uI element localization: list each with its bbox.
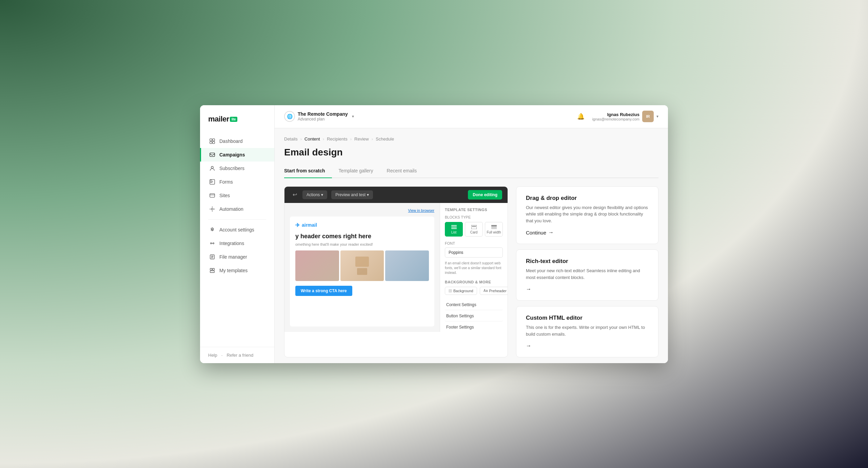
drag-drop-desc: Our newest editor gives you more design … — [526, 204, 649, 224]
dashboard-icon — [209, 138, 215, 144]
rich-text-arrow-icon: → — [526, 286, 531, 292]
page-body: Details › Content › Recipients › Review … — [275, 128, 668, 363]
header-company-info: The Remote Company Advanced plan — [298, 111, 348, 121]
block-type-buttons: List Card Full width — [445, 222, 503, 237]
tabs: Start from scratch Template gallery Rece… — [284, 165, 658, 178]
svg-rect-18 — [451, 228, 457, 229]
block-type-list[interactable]: List — [445, 222, 463, 237]
button-settings-link[interactable]: Button Settings — [445, 311, 503, 321]
svg-rect-2 — [210, 141, 212, 143]
svg-point-10 — [211, 243, 212, 244]
editor-options: Drag & drop editor Our newest editor giv… — [516, 186, 658, 358]
drag-drop-title: Drag & drop editor — [526, 195, 649, 202]
custom-html-desc: This one is for the experts. Write or im… — [526, 324, 649, 337]
drag-drop-continue-link[interactable]: Continue → — [526, 229, 649, 236]
sidebar-item-file-manager-label: File manager — [219, 254, 247, 260]
breadcrumb-review[interactable]: Review — [354, 136, 369, 142]
rich-text-title: Rich-text editor — [526, 258, 649, 265]
breadcrumb-content[interactable]: Content — [304, 136, 320, 142]
svg-rect-1 — [213, 138, 215, 141]
sidebar: mailerlite Dashboard Campaigns Subscr — [200, 105, 275, 363]
breadcrumb-schedule[interactable]: Schedule — [376, 136, 394, 142]
user-menu[interactable]: Ignas Rubezius ignas@remotecompany.com I… — [592, 111, 658, 122]
custom-html-title: Custom HTML editor — [526, 315, 649, 321]
breadcrumb-sep-2: › — [323, 136, 324, 142]
breadcrumb-sep-3: › — [350, 136, 352, 142]
sidebar-nav: Dashboard Campaigns Subscribers Forms — [200, 132, 274, 347]
sidebar-item-integrations[interactable]: Integrations — [200, 237, 274, 250]
sidebar-item-dashboard[interactable]: Dashboard — [200, 134, 274, 148]
settings-links: Content Settings Button Settings Footer … — [445, 300, 503, 332]
sidebar-item-automation[interactable]: Automation — [200, 202, 274, 216]
tab-start-from-scratch[interactable]: Start from scratch — [284, 165, 332, 178]
rich-text-card: Rich-text editor Meet your new rich-text… — [516, 249, 658, 301]
app-window: mailerlite Dashboard Campaigns Subscr — [200, 105, 668, 363]
preview-button[interactable]: Preview and test ▾ — [331, 190, 373, 199]
help-link[interactable]: Help — [208, 353, 217, 358]
svg-rect-16 — [451, 225, 457, 226]
tab-recent-emails[interactable]: Recent emails — [380, 165, 424, 178]
sidebar-item-account-settings[interactable]: Account settings — [200, 223, 274, 237]
email-logo-text: airmail — [302, 222, 317, 228]
email-logo-icon: ✈ — [295, 222, 300, 228]
sites-icon — [209, 192, 215, 199]
content-settings-link[interactable]: Content Settings — [445, 300, 503, 310]
logo-mailer: mailer — [208, 115, 229, 123]
actions-button[interactable]: Actions ▾ — [302, 190, 327, 199]
logo-text: mailerlite — [208, 115, 237, 124]
notifications-bell-icon[interactable]: 🔔 — [575, 110, 587, 123]
breadcrumb-details[interactable]: Details — [284, 136, 298, 142]
company-plan: Advanced plan — [298, 117, 348, 121]
font-select[interactable]: Poppins Arial Georgia — [445, 247, 503, 258]
sidebar-item-subscribers[interactable]: Subscribers — [200, 162, 274, 175]
editor-toolbar: ↩ Actions ▾ Preview and test ▾ Done edit… — [284, 187, 508, 203]
block-type-card[interactable]: Card — [465, 222, 483, 237]
templates-icon — [209, 267, 215, 274]
sidebar-item-campaigns-label: Campaigns — [219, 152, 245, 157]
sidebar-item-campaigns[interactable]: Campaigns — [200, 148, 274, 162]
header-company-section: 🌐 The Remote Company Advanced plan ▾ — [284, 111, 354, 122]
drag-drop-card: Drag & drop editor Our newest editor giv… — [516, 186, 658, 244]
company-chevron-icon[interactable]: ▾ — [352, 114, 354, 119]
breadcrumb-sep-4: › — [372, 136, 373, 142]
header-user-section: 🔔 Ignas Rubezius ignas@remotecompany.com… — [575, 110, 658, 123]
sidebar-item-sites[interactable]: Sites — [200, 189, 274, 202]
integrations-icon — [209, 240, 215, 246]
nav-divider — [208, 219, 266, 220]
refer-link[interactable]: Refer a friend — [226, 353, 253, 358]
file-icon — [209, 254, 215, 260]
tab-template-gallery[interactable]: Template gallery — [332, 165, 380, 178]
sidebar-footer: Help · Refer a friend — [200, 347, 274, 363]
custom-html-arrow-link[interactable]: → — [526, 343, 649, 349]
breadcrumb: Details › Content › Recipients › Review … — [284, 136, 658, 142]
font-note: If an email client doesn't support web f… — [445, 261, 503, 275]
sidebar-item-file-manager[interactable]: File manager — [200, 250, 274, 264]
sidebar-item-sites-label: Sites — [219, 193, 230, 198]
sidebar-item-my-templates[interactable]: My templates — [200, 264, 274, 277]
email-cta-button[interactable]: Write a strong CTA here — [295, 286, 352, 296]
footer-settings-link[interactable]: Footer Settings — [445, 322, 503, 332]
svg-rect-13 — [210, 268, 212, 270]
breadcrumb-sep-1: › — [300, 136, 302, 142]
done-editing-button[interactable]: Done editing — [468, 190, 502, 200]
sidebar-item-forms[interactable]: Forms — [200, 175, 274, 189]
subscribers-icon — [209, 165, 215, 171]
footer-separator: · — [221, 353, 223, 358]
svg-point-5 — [211, 166, 213, 168]
rich-text-arrow-link[interactable]: → — [526, 286, 649, 292]
drag-drop-arrow-icon: → — [548, 229, 554, 236]
bg-section-title: BACKGROUND & MORE — [445, 280, 503, 284]
breadcrumb-recipients[interactable]: Recipients — [327, 136, 348, 142]
svg-rect-4 — [210, 153, 215, 156]
preheader-button[interactable]: Aa Preheader — [480, 287, 508, 295]
sidebar-item-my-templates-label: My templates — [219, 268, 248, 273]
block-type-full-width[interactable]: Full width — [485, 222, 503, 237]
back-icon[interactable]: ↩ — [290, 190, 300, 199]
sidebar-item-integrations-label: Integrations — [219, 241, 244, 246]
rich-text-desc: Meet your new rich-text editor! Seamless… — [526, 267, 649, 281]
view-in-browser-link[interactable]: View in browser — [290, 208, 434, 212]
user-info: Ignas Rubezius ignas@remotecompany.com — [592, 112, 639, 121]
background-button[interactable]: Background — [445, 287, 477, 295]
avatar: IR — [642, 111, 654, 122]
sidebar-item-dashboard-label: Dashboard — [219, 138, 243, 144]
